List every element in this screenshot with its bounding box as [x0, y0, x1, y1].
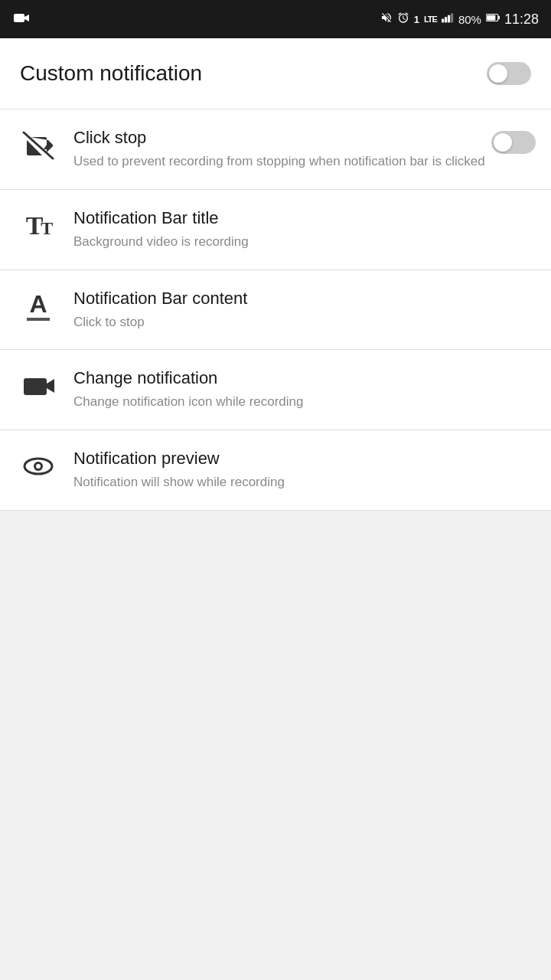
click-stop-toggle-knob [494, 133, 512, 152]
change-notification-row[interactable]: Change notification Change notification … [0, 350, 551, 430]
page-title: Custom notification [20, 61, 202, 86]
text-color-icon: A [15, 289, 61, 321]
camera-icon [15, 368, 61, 400]
sim-icon: 1 [414, 14, 419, 25]
header-row: Custom notification [0, 38, 551, 109]
notification-bar-title-desc: Background video is recording [73, 233, 536, 251]
status-bar-left [12, 11, 29, 28]
change-notification-text: Change notification Change notification … [61, 368, 536, 411]
svg-point-14 [36, 464, 41, 469]
notification-bar-content-text: Notification Bar content Click to stop [61, 289, 536, 332]
notification-preview-label: Notification preview [73, 449, 536, 469]
svg-marker-11 [47, 379, 54, 393]
notification-bar-content-desc: Click to stop [73, 313, 536, 332]
custom-notification-toggle[interactable] [487, 62, 531, 85]
camera-status-icon [12, 11, 29, 28]
click-stop-title: Click stop [73, 128, 491, 148]
lte-icon: LTE [424, 15, 437, 24]
svg-rect-3 [445, 17, 447, 22]
notification-bar-content-label: Notification Bar content [73, 289, 536, 309]
mute-icon [380, 11, 393, 27]
status-bar-right: 1 LTE 80% 11:28 [380, 11, 539, 28]
svg-rect-0 [14, 14, 24, 22]
status-bar: 1 LTE 80% 11:28 [0, 0, 551, 38]
notification-preview-desc: Notification will show while recording [73, 473, 536, 492]
click-stop-text: Click stop Used to prevent recording fro… [61, 128, 491, 171]
svg-rect-4 [448, 15, 450, 23]
notification-bar-title-label: Notification Bar title [73, 208, 536, 228]
click-stop-row[interactable]: Click stop Used to prevent recording fro… [0, 109, 551, 189]
status-time: 11:28 [504, 11, 539, 28]
notification-preview-text: Notification preview Notification will s… [61, 449, 536, 492]
toggle-knob [489, 64, 507, 83]
eye-icon [15, 449, 61, 481]
alarm-icon [397, 11, 409, 27]
footer-area [0, 511, 551, 679]
notification-bar-title-row[interactable]: TT Notification Bar title Background vid… [0, 190, 551, 270]
svg-rect-2 [442, 19, 444, 23]
click-stop-toggle[interactable] [491, 131, 536, 154]
battery-icon [486, 12, 500, 26]
text-type-icon: TT [15, 208, 61, 240]
change-notification-desc: Change notification icon while recording [73, 393, 536, 411]
signal-icon [442, 12, 454, 26]
svg-rect-5 [451, 13, 453, 22]
svg-rect-7 [498, 16, 500, 20]
click-stop-desc: Used to prevent recording from stopping … [73, 152, 491, 171]
video-off-icon [15, 128, 61, 160]
click-stop-toggle-container [491, 128, 536, 154]
svg-rect-10 [24, 378, 47, 395]
notification-bar-title-text: Notification Bar title Background video … [61, 208, 536, 251]
svg-marker-1 [24, 15, 29, 21]
notification-bar-content-row[interactable]: A Notification Bar content Click to stop [0, 270, 551, 350]
change-notification-label: Change notification [73, 368, 536, 388]
notification-preview-row[interactable]: Notification preview Notification will s… [0, 430, 551, 510]
svg-rect-8 [487, 15, 495, 21]
battery-text: 80% [458, 13, 481, 26]
